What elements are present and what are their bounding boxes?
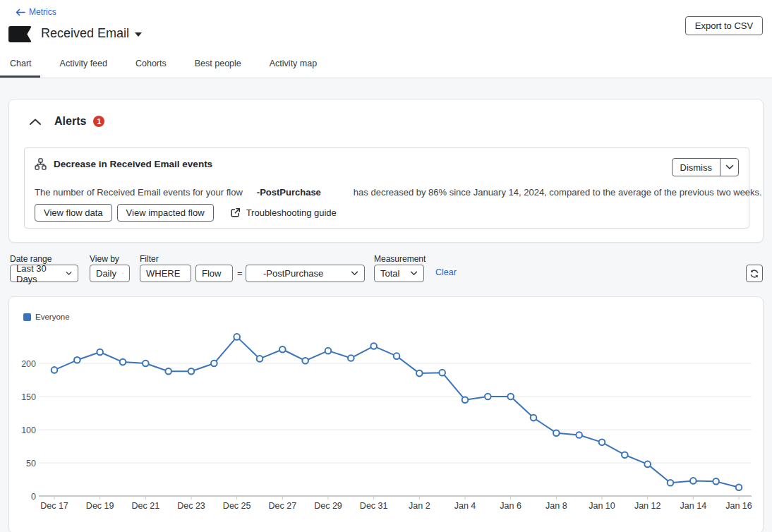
alert-item: Decrease in Received Email events Dismis… <box>24 147 749 229</box>
svg-text:Jan 2: Jan 2 <box>409 501 430 511</box>
measurement-select[interactable]: Total <box>374 265 424 282</box>
svg-text:Dec 21: Dec 21 <box>132 501 160 511</box>
svg-text:0: 0 <box>31 492 36 502</box>
view-by-value: Daily <box>96 268 116 279</box>
filter-operator: = <box>237 268 243 279</box>
svg-text:Jan 16: Jan 16 <box>725 501 752 511</box>
page-title[interactable]: Received Email <box>41 26 142 41</box>
dismiss-button-group: Dismiss <box>672 158 740 176</box>
filter-value: -PostPurchase <box>263 268 323 279</box>
view-flow-data-button[interactable]: View flow data <box>35 204 112 222</box>
metrics-page: Metrics Received Email Export to CSV Cha… <box>0 0 772 532</box>
chevron-down-icon <box>410 271 418 276</box>
svg-text:Dec 31: Dec 31 <box>360 501 388 511</box>
metric-logo-icon <box>8 26 32 42</box>
tab-activity-map[interactable]: Activity map <box>270 59 317 75</box>
svg-text:Dec 25: Dec 25 <box>223 501 251 511</box>
date-range-select[interactable]: Last 30 Days <box>10 265 78 282</box>
svg-text:Jan 8: Jan 8 <box>545 501 567 511</box>
chart-legend[interactable]: Everyone <box>23 313 70 321</box>
svg-text:Jan 4: Jan 4 <box>454 501 476 511</box>
chevron-down-icon <box>122 271 123 276</box>
legend-swatch <box>23 313 31 321</box>
svg-text:Dec 17: Dec 17 <box>40 501 68 511</box>
alert-flow-name: -PostPurchase <box>257 187 321 198</box>
svg-text:Jan 12: Jan 12 <box>634 501 661 511</box>
refresh-button[interactable] <box>746 265 763 282</box>
view-by-select[interactable]: Daily <box>90 265 130 282</box>
chevron-down-icon <box>351 271 358 276</box>
svg-text:50: 50 <box>26 459 36 468</box>
svg-text:Jan 10: Jan 10 <box>589 501 615 511</box>
chevron-up-icon <box>29 118 42 126</box>
chevron-down-icon <box>725 164 734 170</box>
dismiss-dropdown-button[interactable] <box>720 159 738 176</box>
svg-text:100: 100 <box>21 425 36 435</box>
tab-activity-feed[interactable]: Activity feed <box>60 59 107 75</box>
tab-bar: Chart Activity feed Cohorts Best people … <box>10 59 317 75</box>
alerts-count-badge: 1 <box>93 116 104 127</box>
alert-body-suffix: has decreased by 86% since January 14, 2… <box>354 187 762 198</box>
view-by-label: View by <box>90 254 119 264</box>
page-title-text: Received Email <box>41 26 129 41</box>
title-caret-icon <box>135 32 142 37</box>
chevron-down-icon <box>66 271 72 276</box>
legend-label: Everyone <box>35 313 70 321</box>
svg-text:Dec 23: Dec 23 <box>177 501 205 511</box>
filter-where-select[interactable]: WHERE <box>140 265 191 282</box>
export-to-csv-button[interactable]: Export to CSV <box>685 16 763 35</box>
back-link-label: Metrics <box>29 7 56 17</box>
date-range-value: Last 30 Days <box>16 263 60 284</box>
clear-filters-button[interactable]: Clear <box>435 267 457 277</box>
alerts-collapse-button[interactable] <box>29 118 42 126</box>
filter-field-select[interactable]: Flow <box>195 265 233 282</box>
flow-icon <box>35 158 47 170</box>
filter-label: Filter <box>140 254 159 264</box>
alerts-card: Alerts 1 Decrease in Received Email even… <box>8 99 764 243</box>
alert-title: Decrease in Received Email events <box>54 159 212 169</box>
tab-chart[interactable]: Chart <box>10 59 32 75</box>
alert-body-text: The number of Received Email events for … <box>35 187 762 198</box>
svg-text:200: 200 <box>21 359 36 369</box>
line-chart-svg[interactable]: 050100150200Dec 17Dec 19Dec 21Dec 23Dec … <box>8 321 764 531</box>
filter-field-value: Flow <box>202 268 221 279</box>
svg-text:Dec 27: Dec 27 <box>269 501 297 511</box>
refresh-icon <box>749 269 759 279</box>
back-to-metrics-link[interactable]: Metrics <box>16 7 56 17</box>
view-impacted-flow-button[interactable]: View impacted flow <box>117 204 214 222</box>
svg-text:150: 150 <box>21 392 36 402</box>
tab-cohorts[interactable]: Cohorts <box>135 59 167 75</box>
alerts-heading: Alerts <box>54 115 86 128</box>
measurement-label: Measurement <box>374 254 426 264</box>
dismiss-button[interactable]: Dismiss <box>673 159 720 176</box>
filter-where-value: WHERE <box>146 268 180 279</box>
tab-best-people[interactable]: Best people <box>195 59 241 75</box>
svg-text:Dec 29: Dec 29 <box>314 501 342 511</box>
troubleshooting-guide-link[interactable]: Troubleshooting guide <box>230 207 337 218</box>
filter-value-select[interactable]: -PostPurchase <box>246 265 365 282</box>
alert-body-prefix: The number of Received Email events for … <box>35 187 243 198</box>
svg-text:Dec 19: Dec 19 <box>86 501 114 511</box>
troubleshooting-guide-label: Troubleshooting guide <box>246 207 337 218</box>
back-arrow-icon <box>16 8 25 16</box>
measurement-value: Total <box>380 268 399 279</box>
external-link-icon <box>230 207 241 218</box>
svg-text:Jan 6: Jan 6 <box>500 501 521 511</box>
svg-text:Jan 14: Jan 14 <box>680 501 707 511</box>
